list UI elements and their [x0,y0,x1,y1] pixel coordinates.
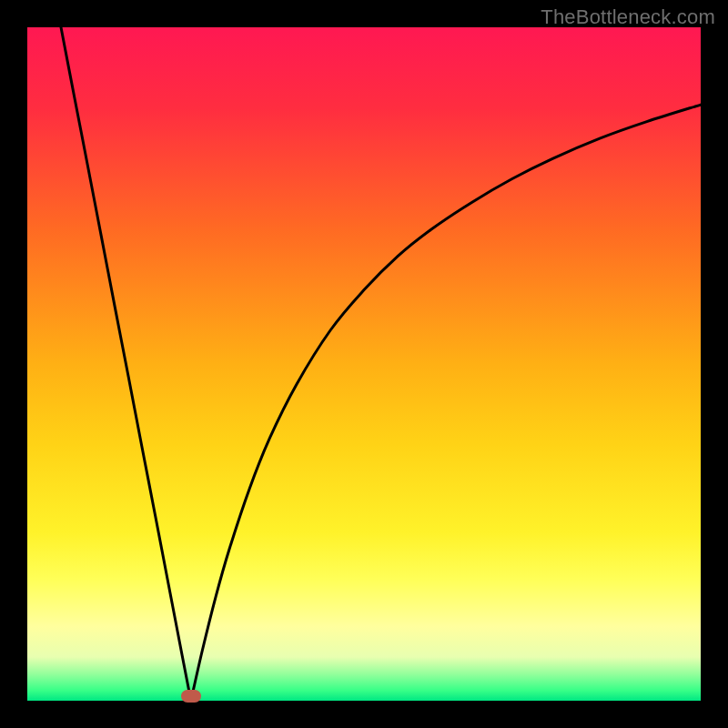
chart-frame: TheBottleneck.com [0,0,728,728]
chart-svg [27,27,701,701]
attribution-text: TheBottleneck.com [541,5,715,29]
gradient-background [27,27,701,701]
plot-area [27,27,701,701]
minimum-marker [181,690,201,703]
